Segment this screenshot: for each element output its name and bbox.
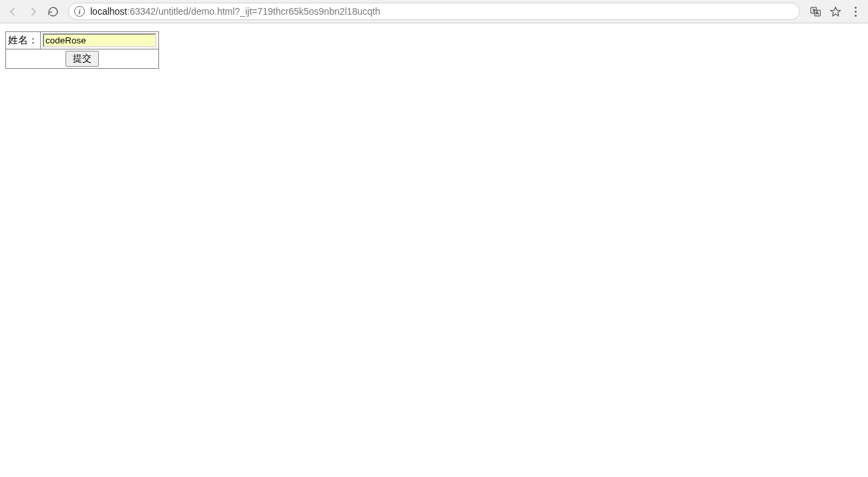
svg-marker-2 <box>831 7 840 15</box>
site-info-icon[interactable]: i <box>74 6 85 17</box>
submit-cell: 提交 <box>6 49 159 69</box>
forward-button[interactable] <box>24 3 41 20</box>
url-path: :63342/untitled/demo.html?_ijt=719thcr65… <box>127 6 380 17</box>
browser-toolbar: i localhost:63342/untitled/demo.html?_ij… <box>0 0 868 23</box>
name-input[interactable] <box>43 33 156 47</box>
url-host: localhost <box>90 6 127 17</box>
back-button[interactable] <box>4 3 21 20</box>
name-label: 姓名： <box>6 32 41 49</box>
address-bar[interactable]: i localhost:63342/untitled/demo.html?_ij… <box>68 3 800 20</box>
translate-button[interactable] <box>807 3 824 20</box>
dot-icon <box>855 15 857 17</box>
dot-icon <box>855 11 857 13</box>
submit-button[interactable]: 提交 <box>65 51 99 67</box>
arrow-right-icon <box>27 6 39 17</box>
url-text: localhost:63342/untitled/demo.html?_ijt=… <box>90 6 380 17</box>
arrow-left-icon <box>7 6 19 17</box>
dot-icon <box>855 7 857 9</box>
bookmark-button[interactable] <box>827 3 844 20</box>
star-icon <box>830 6 841 17</box>
reload-button[interactable] <box>44 3 61 20</box>
submit-row: 提交 <box>6 49 159 69</box>
name-row: 姓名： <box>6 32 159 49</box>
page-body: 姓名： 提交 <box>0 23 868 77</box>
browser-menu-button[interactable] <box>847 3 864 20</box>
name-input-cell <box>41 32 159 49</box>
translate-icon <box>810 6 821 17</box>
form-table: 姓名： 提交 <box>5 31 159 69</box>
reload-icon <box>47 6 59 17</box>
